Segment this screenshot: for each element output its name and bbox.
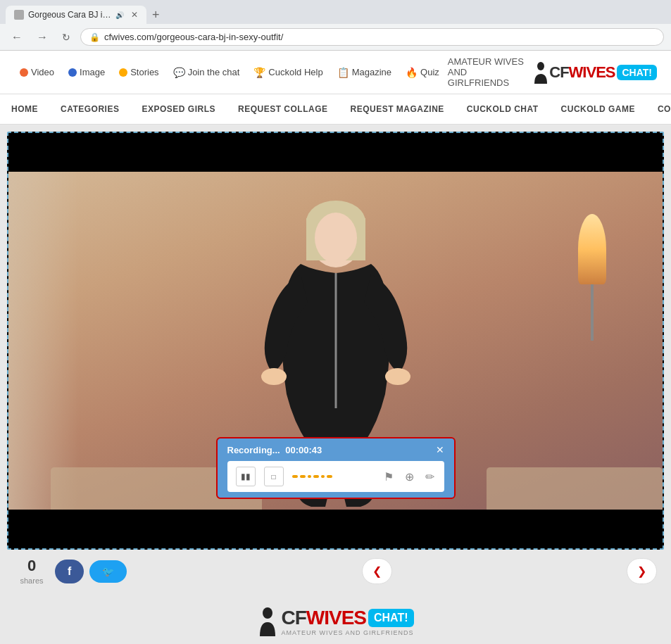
facebook-icon: f (68, 565, 71, 578)
edit-icon: ✏ (425, 471, 434, 483)
facebook-share-button[interactable]: f (55, 560, 84, 583)
stories-dot (119, 68, 127, 77)
reload-button[interactable]: ↻ (58, 30, 75, 44)
toolbar-quiz[interactable]: 🔥 Quiz (400, 64, 445, 81)
video-player[interactable]: Recording... 00:00:43 ✕ ▮▮ □ (7, 132, 664, 550)
toolbar-join-chat[interactable]: 💬 Join the chat (168, 64, 246, 81)
twitter-share-button[interactable]: 🐦 (89, 560, 127, 583)
url-text: cfwives.com/gorgeous-cara-bj-in-sexy-out… (104, 32, 655, 42)
forward-button[interactable]: → (32, 30, 52, 45)
toolbar-stories[interactable]: Stories (113, 64, 164, 80)
recording-controls: ▮▮ □ ⚑ ⊕ (227, 461, 444, 492)
recording-flag-button[interactable]: ⚑ (382, 469, 395, 485)
video-top-bar (8, 133, 663, 172)
stop-icon: □ (271, 473, 275, 481)
share-count-label: shares (20, 576, 43, 585)
tab-favicon (14, 10, 24, 20)
nav-home[interactable]: HOME (0, 94, 49, 124)
flag-icon: ⚑ (384, 471, 394, 483)
recording-stop-button[interactable]: □ (264, 467, 284, 486)
rec-dot-3 (308, 475, 311, 478)
toolbar-stories-label: Stories (130, 67, 158, 77)
toolbar-cuckold-help-label: Cuckold Help (268, 67, 322, 77)
toolbar-video-label: Video (31, 67, 54, 77)
magazine-icon: 📋 (337, 67, 349, 78)
sofa-right (487, 467, 663, 510)
rec-dot-6 (327, 475, 332, 478)
svg-point-0 (537, 62, 544, 70)
prev-arrow-icon: ❮ (372, 565, 382, 577)
tab-close-button[interactable]: ✕ (131, 10, 138, 20)
share-count-number: 0 (14, 557, 49, 575)
toolbar-magazine-label: Magazine (352, 67, 391, 77)
nav-cuckold-game[interactable]: CUCKOLD GAME (550, 94, 646, 124)
curtain-left (8, 172, 79, 510)
tab-bar: Gorgeous Cara BJ in sexy ou 🔊 ✕ + (0, 0, 671, 24)
svg-point-8 (263, 607, 272, 619)
rec-dot-4 (313, 475, 319, 478)
recording-close-button[interactable]: ✕ (436, 444, 444, 455)
video-bottom-bar (8, 510, 663, 548)
bottom-logo-chat: CHAT! (368, 609, 414, 627)
rec-dot-2 (300, 475, 306, 478)
toolbar-cuckold-help[interactable]: 🏆 Cuckold Help (248, 64, 328, 81)
recording-header: Recording... 00:00:43 ✕ (227, 444, 444, 455)
recording-edit-button[interactable]: ✏ (424, 469, 436, 485)
twitter-icon: 🐦 (102, 566, 114, 577)
recording-text: Recording... 00:00:43 (227, 445, 322, 455)
pause-icon: ▮▮ (241, 472, 251, 481)
nav-cuckold-chat[interactable]: CUCKOLD CHAT (456, 94, 550, 124)
main-content: Recording... 00:00:43 ✕ ▮▮ □ (0, 125, 671, 644)
rec-dot-5 (321, 475, 325, 478)
bottom-logo-text: CF WIVES CHAT! AMATEUR WIVES AND GIRLFRI… (281, 607, 413, 636)
address-bar: ← → ↻ 🔒 cfwives.com/gorgeous-cara-bj-in-… (0, 24, 671, 50)
url-bar[interactable]: 🔒 cfwives.com/gorgeous-cara-bj-in-sexy-o… (80, 28, 664, 46)
bottom-logo-cf: CF (281, 607, 306, 629)
toolbar-quiz-label: Quiz (420, 67, 439, 77)
logo-chat-badge: CHAT! (617, 65, 657, 80)
site-logo[interactable]: AMATEUR WIVES AND GIRLFRIENDS CF WIVES C… (448, 56, 657, 88)
prev-arrow-button[interactable]: ❮ (362, 558, 392, 584)
camera-add-icon: ⊕ (405, 471, 414, 483)
recording-dots (292, 475, 374, 478)
new-tab-area: + (146, 8, 165, 23)
recording-timer: 00:00:43 (285, 445, 322, 455)
recording-pause-button[interactable]: ▮▮ (236, 467, 256, 486)
toolbar-magazine[interactable]: 📋 Magazine (332, 64, 397, 81)
bottom-logo[interactable]: CF WIVES CHAT! AMATEUR WIVES AND GIRLFRI… (257, 607, 413, 636)
back-button[interactable]: ← (7, 30, 27, 45)
bottom-logo-wives: WIVES (306, 607, 366, 629)
nav-exposed-girls[interactable]: EXPOSED GIRLS (130, 94, 227, 124)
image-dot (68, 68, 77, 77)
lamp-shade (578, 214, 606, 284)
quiz-icon: 🔥 (406, 67, 418, 78)
next-arrow-button[interactable]: ❯ (627, 558, 657, 584)
nav-categories[interactable]: CATEGORIES (49, 94, 130, 124)
chat-icon: 💬 (173, 67, 185, 78)
tab-audio-icon: 🔊 (115, 11, 124, 19)
new-tab-button[interactable]: + (146, 8, 165, 23)
logo-wives: WIVES (569, 63, 615, 82)
rec-dot-1 (292, 475, 298, 478)
next-arrow-icon: ❯ (637, 565, 646, 577)
video-dot (20, 68, 28, 77)
logo-cf: CF (549, 63, 568, 82)
bottom-tagline: AMATEUR WIVES AND GIRLFRIENDS (281, 629, 413, 636)
active-tab[interactable]: Gorgeous Cara BJ in sexy ou 🔊 ✕ (6, 6, 146, 24)
toolbar-join-chat-label: Join the chat (188, 67, 240, 77)
tab-title: Gorgeous Cara BJ in sexy ou (28, 10, 111, 20)
recording-overlay: Recording... 00:00:43 ✕ ▮▮ □ (216, 437, 456, 499)
nav-request-collage[interactable]: REQUEST COLLAGE (227, 94, 339, 124)
share-bar: 0 shares f 🐦 ❮ ❯ (7, 550, 664, 593)
nav-contact-us[interactable]: CONTACT US (646, 94, 671, 124)
nav-request-magazine[interactable]: REQUEST MAGAZINE (339, 94, 456, 124)
share-count: 0 shares (14, 557, 49, 586)
svg-point-6 (261, 368, 287, 385)
toolbar-image[interactable]: Image (63, 64, 111, 80)
svg-point-4 (315, 213, 357, 263)
recording-camera-button[interactable]: ⊕ (403, 469, 415, 485)
lock-icon: 🔒 (89, 32, 100, 42)
svg-point-7 (385, 368, 410, 385)
recording-label: Recording... (227, 445, 280, 455)
toolbar-video[interactable]: Video (14, 64, 60, 80)
